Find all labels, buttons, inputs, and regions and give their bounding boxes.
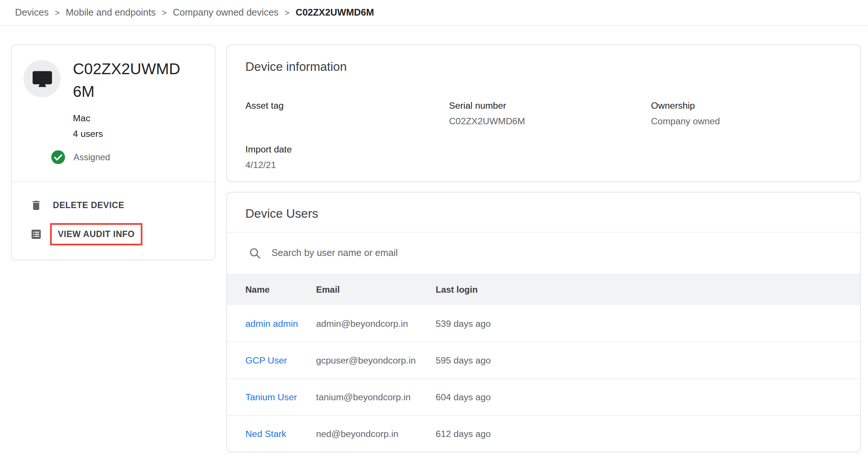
table-row: Ned Starkned@beyondcorp.in612 days ago	[227, 415, 860, 452]
user-search-row	[227, 233, 860, 274]
user-email: ned@beyondcorp.in	[316, 428, 436, 439]
breadcrumb-separator: >	[55, 8, 60, 17]
device-summary-card: C02ZX2UWMD6M Mac 4 users Assigned	[11, 45, 216, 260]
check-circle-icon	[51, 150, 66, 165]
info-field: Asset tag	[246, 99, 449, 128]
view-audit-info-button[interactable]: VIEW AUDIT INFO	[58, 229, 135, 239]
field-label: Ownership	[651, 99, 842, 112]
breadcrumb-current: C02ZX2UWMD6M	[296, 7, 374, 18]
user-last-login: 604 days ago	[436, 392, 861, 402]
device-actions: DELETE DEVICE	[12, 182, 215, 260]
page: Devices>Mobile and endpoints>Company own…	[0, 0, 868, 457]
field-value	[246, 114, 449, 128]
status-badge: Assigned	[73, 152, 110, 162]
search-icon	[248, 247, 262, 260]
users-table-header: Name Email Last login	[227, 274, 860, 305]
user-last-login: 539 days ago	[436, 318, 861, 329]
field-label: Serial number	[449, 99, 651, 112]
device-users-card: Device Users Name Email Last login admin…	[227, 192, 861, 453]
audit-list-icon	[30, 228, 43, 240]
user-name-link[interactable]: Ned Stark	[246, 428, 316, 439]
info-field: Import date4/12/21	[246, 142, 449, 171]
device-head: C02ZX2UWMD6M Mac 4 users	[73, 57, 204, 142]
trash-icon	[30, 199, 43, 211]
highlight-box: VIEW AUDIT INFO	[50, 223, 142, 246]
table-row: GCP Usergcpuser@beyondcorp.in595 days ag…	[227, 342, 860, 378]
device-information-title: Device information	[227, 45, 860, 74]
breadcrumb-link[interactable]: Devices	[15, 7, 49, 18]
column-header-name: Name	[246, 285, 316, 295]
device-status: Assigned	[51, 150, 110, 165]
user-search-input[interactable]	[272, 248, 672, 259]
main-content: C02ZX2UWMD6M Mac 4 users Assigned	[0, 26, 868, 457]
device-avatar	[23, 60, 61, 98]
users-table-body: admin adminadmin@beyondcorp.in539 days a…	[227, 305, 860, 452]
user-name-link[interactable]: Tanium User	[246, 392, 316, 402]
delete-device-row[interactable]: DELETE DEVICE	[12, 191, 215, 220]
column-header-last-login: Last login	[436, 285, 861, 295]
view-audit-row[interactable]: VIEW AUDIT INFO	[12, 220, 215, 249]
field-value: C02ZX2UWMD6M	[449, 114, 651, 128]
device-users-title: Device Users	[227, 193, 860, 233]
info-field: OwnershipCompany owned	[651, 99, 842, 128]
device-title: C02ZX2UWMD6M	[73, 57, 184, 103]
column-header-email: Email	[316, 285, 436, 295]
user-last-login: 595 days ago	[436, 355, 861, 366]
breadcrumb-link[interactable]: Mobile and endpoints	[66, 7, 155, 18]
device-summary-top: C02ZX2UWMD6M Mac 4 users Assigned	[12, 45, 215, 182]
table-row: Tanium Usertanium@beyondcorp.in604 days …	[227, 378, 860, 415]
user-email: admin@beyondcorp.in	[316, 318, 436, 329]
breadcrumb-separator: >	[285, 8, 289, 17]
device-type: Mac	[73, 110, 204, 126]
table-row: admin adminadmin@beyondcorp.in539 days a…	[227, 305, 860, 342]
device-info-fields: Asset tagSerial numberC02ZX2UWMD6MOwners…	[227, 74, 860, 172]
user-name-link[interactable]: GCP User	[246, 355, 316, 366]
user-email: gcpuser@beyondcorp.in	[316, 355, 436, 366]
field-value: 4/12/21	[246, 158, 449, 171]
info-field: Serial numberC02ZX2UWMD6M	[449, 99, 651, 128]
field-label: Import date	[246, 142, 449, 156]
field-label: Asset tag	[246, 99, 449, 112]
field-value: Company owned	[651, 114, 842, 128]
delete-device-button[interactable]: DELETE DEVICE	[53, 200, 125, 210]
user-last-login: 612 days ago	[436, 428, 861, 439]
device-information-card: Device information Asset tagSerial numbe…	[227, 45, 861, 182]
breadcrumb: Devices>Mobile and endpoints>Company own…	[15, 7, 374, 18]
desktop-monitor-icon	[32, 68, 53, 89]
user-name-link[interactable]: admin admin	[246, 318, 316, 329]
device-users-count: 4 users	[73, 126, 204, 141]
breadcrumb-separator: >	[162, 8, 167, 17]
breadcrumb-link[interactable]: Company owned devices	[173, 7, 279, 18]
breadcrumb-bar: Devices>Mobile and endpoints>Company own…	[0, 0, 868, 26]
user-email: tanium@beyondcorp.in	[316, 392, 436, 402]
